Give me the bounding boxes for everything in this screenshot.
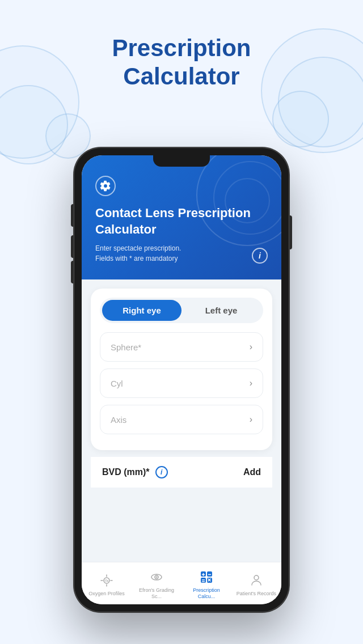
prescription-card: Right eye Left eye Sphere* › [91, 289, 272, 450]
nav-records-label: Patient's Records [237, 591, 276, 597]
svg-text:O₂: O₂ [105, 578, 108, 582]
settings-button[interactable] [95, 176, 116, 196]
page-title-section: Prescription Calculator [0, 0, 363, 108]
nav-patient-records[interactable]: Patient's Records [231, 570, 281, 599]
axis-field[interactable]: Axis › [100, 405, 263, 434]
bvd-label: BVD (mm)* [102, 467, 150, 477]
right-eye-tab[interactable]: Right eye [102, 300, 182, 321]
bvd-info-icon[interactable]: i [155, 466, 168, 478]
app-subtitle: Enter spectacle prescription. Fields wit… [95, 243, 268, 264]
app-body: Right eye Left eye Sphere* › [82, 279, 281, 562]
bottom-navigation: O₂ Oxygen Profiles [82, 562, 281, 604]
left-eye-tab[interactable]: Left eye [182, 300, 261, 321]
eye-tab-group: Right eye Left eye [100, 298, 263, 323]
phone-mockup: Contact Lens Prescription Calculator Ent… [74, 147, 289, 612]
axis-label: Axis [111, 415, 126, 425]
person-icon [248, 573, 264, 588]
nav-efron-grading[interactable]: Efron's Grading Sc... [132, 567, 182, 602]
nav-oxygen-label: Oxygen Profiles [88, 591, 125, 597]
nav-calc-label: Prescription Calcu... [184, 587, 229, 600]
cyl-chevron-icon: › [250, 378, 252, 388]
nav-prescription-calc[interactable]: Prescription Calcu... [182, 567, 231, 602]
axis-chevron-icon: › [250, 414, 252, 425]
eye-grade-icon [149, 569, 164, 585]
svg-rect-6 [207, 571, 212, 577]
bvd-add-button[interactable]: Add [243, 467, 261, 477]
page-title: Prescription Calculator [0, 34, 363, 91]
cyl-label: Cyl [111, 379, 123, 388]
sphere-label: Sphere* [111, 342, 141, 352]
bvd-row: BVD (mm)* i Add [91, 457, 272, 488]
calc-icon [199, 569, 214, 585]
cyl-field[interactable]: Cyl › [100, 368, 263, 398]
phone-frame: Contact Lens Prescription Calculator Ent… [74, 147, 289, 612]
app-title: Contact Lens Prescription Calculator [95, 205, 268, 238]
svg-point-4 [156, 577, 157, 578]
app-content: Contact Lens Prescription Calculator Ent… [82, 155, 281, 604]
phone-screen: Contact Lens Prescription Calculator Ent… [82, 155, 281, 604]
oxygen-icon: O₂ [99, 573, 115, 588]
sphere-chevron-icon: › [250, 342, 252, 352]
nav-efron-label: Efron's Grading Sc... [134, 587, 179, 600]
phone-notch [153, 155, 210, 167]
sphere-field[interactable]: Sphere* › [100, 332, 263, 362]
svg-point-16 [254, 575, 259, 580]
nav-oxygen-profiles[interactable]: O₂ Oxygen Profiles [82, 570, 132, 599]
app-header: Contact Lens Prescription Calculator Ent… [82, 155, 281, 279]
